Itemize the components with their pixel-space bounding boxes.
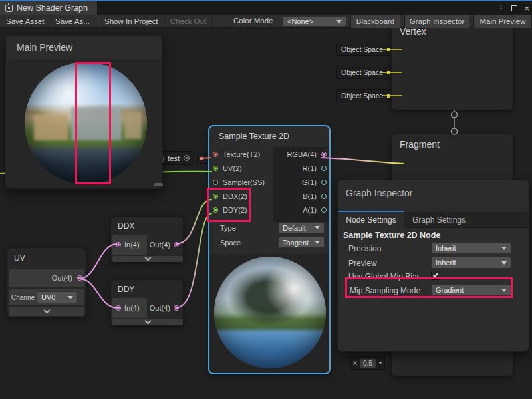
space-dropdown[interactable]: Tangent: [278, 237, 325, 248]
ddy-in-label: In(4): [124, 304, 140, 312]
color-mode-dropdown[interactable]: <None>: [283, 16, 346, 27]
document-tab[interactable]: New Shader Graph: [0, 1, 97, 15]
window-controls: ⋮ ×: [497, 1, 529, 15]
sampler-input-port[interactable]: [213, 180, 218, 185]
ddy-node-title: DDY: [118, 285, 134, 294]
ddy-out-port[interactable]: [174, 305, 179, 311]
object-space-port: [387, 94, 390, 98]
object-space-chip[interactable]: Object Space: [336, 43, 395, 56]
use-global-mip-bias-checkbox[interactable]: [431, 271, 440, 280]
sampler-input-label: Sampler(SS): [223, 178, 265, 186]
g-output-label: G(1): [302, 178, 317, 186]
b-output-label: B(1): [303, 192, 317, 200]
ddx-out-port[interactable]: [174, 242, 179, 247]
rgba-output-port[interactable]: [321, 152, 327, 157]
precision-dropdown[interactable]: Inherit: [431, 242, 511, 254]
a-output-port[interactable]: [321, 207, 327, 213]
tab-node-settings[interactable]: Node Settings: [338, 212, 404, 228]
g-output-port[interactable]: [321, 180, 327, 185]
ddx-out-label: Out(4): [150, 241, 170, 249]
mip-sampling-mode-label: Mip Sampling Mode: [350, 286, 420, 295]
graph-inspector-panel[interactable]: Graph Inspector Node Settings Graph Sett…: [337, 180, 529, 352]
channel-dropdown[interactable]: UV0: [37, 291, 78, 303]
r-output-label: R(1): [303, 164, 317, 172]
shader-graph-window: Vertex Position(3) Normal(3) Tangent(3) …: [0, 0, 532, 399]
main-preview-toggle-button[interactable]: Main Preview: [473, 15, 532, 28]
object-space-port: [387, 48, 390, 51]
ddx-in-cell: In(4): [112, 235, 147, 255]
ddy-node[interactable]: DDY In(4) Out(4): [110, 279, 184, 326]
uv-input-label: UV(2): [223, 164, 242, 172]
main-preview-panel[interactable]: Main Preview: [5, 35, 163, 189]
alpha-value-field[interactable]: 0.5: [360, 359, 376, 368]
ddx-collapse-row[interactable]: [112, 256, 183, 262]
save-as-button[interactable]: Save As...: [49, 15, 96, 28]
graph-inspector-toggle-button[interactable]: Graph Inspector: [404, 15, 469, 28]
node-preview-sphere: [214, 257, 326, 368]
r-output-row: R(1): [275, 162, 327, 174]
a-output-label: A(1): [303, 206, 317, 214]
type-value: Default: [283, 224, 306, 232]
b-output-port[interactable]: [321, 194, 327, 199]
uv-input-port[interactable]: [213, 166, 218, 171]
ddx-out-cell: Out(4): [148, 235, 182, 255]
exposed-property-ring-icon: [184, 155, 190, 161]
uv-input-row: UV(2): [213, 162, 242, 174]
tab-bar: New Shader Graph ⋮ ×: [0, 1, 532, 15]
blackboard-toggle-button[interactable]: Blackboard: [350, 15, 400, 28]
uv-out-port[interactable]: [77, 275, 82, 281]
collapse-chevron-icon: [144, 254, 151, 261]
show-in-project-button[interactable]: Show In Project: [98, 15, 165, 28]
r-output-port[interactable]: [321, 166, 327, 171]
object-space-label: Object Space: [341, 68, 383, 76]
uv-node[interactable]: UV Out(4) Channe UV0: [7, 247, 86, 318]
mip-sampling-mode-value: Gradient: [436, 286, 464, 294]
alpha-clip-default-chip[interactable]: X 0.5: [350, 356, 385, 370]
object-space-chip[interactable]: Object Space: [336, 66, 395, 79]
dropdown-arrow-icon: [501, 247, 507, 250]
main-preview-sphere: [25, 62, 147, 184]
ddy-collapse-row[interactable]: [112, 319, 183, 325]
vertex-context-node[interactable]: Vertex: [391, 17, 513, 110]
preview-dropdown[interactable]: Inherit: [431, 257, 511, 269]
type-label: Type: [220, 224, 236, 232]
uv-collapse-row[interactable]: [9, 307, 84, 316]
preview-value: Inherit: [436, 259, 456, 267]
ddx-in-label: In(4): [124, 241, 140, 249]
channel-label: Channe: [11, 294, 35, 301]
dropdown-arrow-icon: [68, 296, 73, 299]
ddx-in-port[interactable]: [116, 242, 121, 247]
uv-out-label: Out(4): [52, 274, 72, 282]
shader-graph-doc-icon: [5, 5, 13, 12]
dropdown-arrow-icon: [378, 362, 382, 364]
uv-channel-row: Channe UV0: [9, 289, 84, 305]
maximize-icon[interactable]: [511, 5, 517, 11]
type-dropdown[interactable]: Default: [278, 222, 325, 233]
ddx-node[interactable]: DDX In(4) Out(4): [110, 216, 184, 263]
panel-resize-grip[interactable]: [154, 183, 163, 186]
house-shape: [124, 111, 142, 139]
sample-texture-2d-node[interactable]: Sample Texture 2D Texture(T2) UV(2) Samp…: [208, 125, 331, 374]
rgba-output-row: RGBA(4): [275, 148, 327, 160]
uv-node-title: UV: [14, 253, 25, 263]
sampler-input-row: Sampler(SS): [213, 176, 265, 188]
g-test-output-port[interactable]: [200, 157, 203, 160]
save-asset-button[interactable]: Save Asset: [0, 15, 51, 28]
ddx-input-port[interactable]: [213, 194, 218, 199]
kebab-menu-icon[interactable]: ⋮: [497, 4, 505, 12]
object-space-label: Object Space: [341, 45, 383, 53]
texture-input-port[interactable]: [213, 152, 218, 157]
mip-sampling-mode-dropdown[interactable]: Gradient: [431, 284, 511, 296]
main-preview-body: [7, 59, 162, 188]
ddy-in-port[interactable]: [116, 305, 121, 311]
tab-node-settings-label: Node Settings: [346, 215, 396, 225]
close-icon[interactable]: ×: [524, 4, 529, 13]
ddy-in-cell: In(4): [112, 298, 147, 318]
object-space-chip[interactable]: Object Space: [336, 89, 395, 102]
color-mode-value: <None>: [287, 17, 313, 25]
ddy-input-label: DDY(2): [223, 206, 247, 214]
ddy-input-port[interactable]: [213, 207, 218, 213]
tab-graph-settings[interactable]: Graph Settings: [412, 212, 466, 228]
check-out-button: Check Out: [164, 15, 213, 28]
tab-title: New Shader Graph: [17, 3, 88, 13]
